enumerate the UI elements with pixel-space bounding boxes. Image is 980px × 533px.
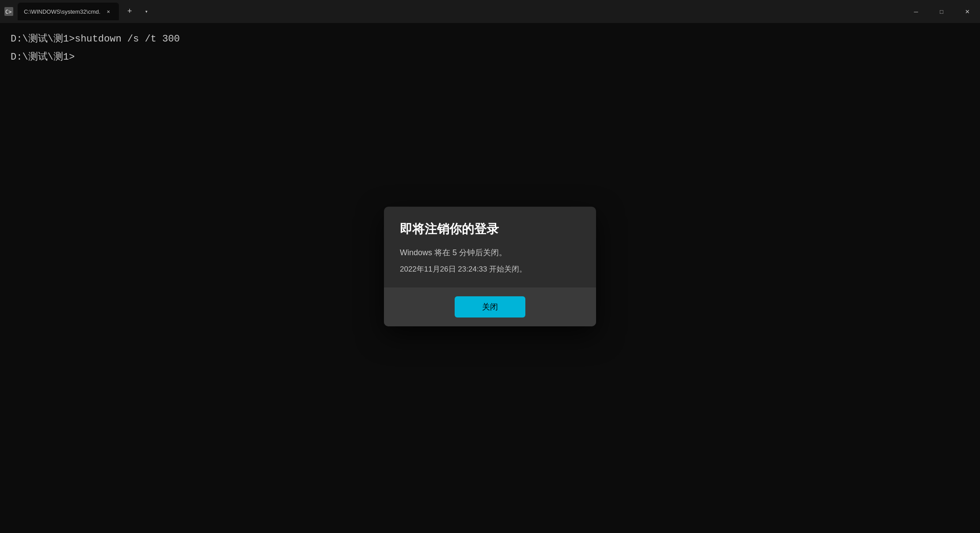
close-window-button[interactable]: ✕: [954, 0, 980, 23]
shutdown-dialog: 即将注销你的登录 Windows 将在 5 分钟后关闭。 2022年11月26日…: [384, 207, 596, 327]
terminal-content: D:\测试\测1>shutdown /s /t 300 D:\测试\测1>: [0, 23, 980, 77]
dialog-overlay: 即将注销你的登录 Windows 将在 5 分钟后关闭。 2022年11月26日…: [0, 0, 980, 533]
dialog-title: 即将注销你的登录: [400, 221, 580, 238]
minimize-button[interactable]: ─: [903, 0, 929, 23]
dialog-body: 即将注销你的登录 Windows 将在 5 分钟后关闭。 2022年11月26日…: [384, 207, 596, 288]
dialog-close-button[interactable]: 关闭: [455, 296, 525, 318]
active-tab[interactable]: C:\WINDOWS\system32\cmd. ✕: [18, 3, 119, 20]
dialog-message: Windows 将在 5 分钟后关闭。: [400, 246, 580, 259]
dialog-footer: 关闭: [384, 287, 596, 326]
terminal-line-1: D:\测试\测1>shutdown /s /t 300: [11, 32, 969, 46]
maximize-button[interactable]: □: [929, 0, 954, 23]
window-controls: ─ □ ✕: [903, 0, 980, 23]
tab-title: C:\WINDOWS\system32\cmd.: [24, 8, 100, 15]
titlebar-left: C> C:\WINDOWS\system32\cmd. ✕ + ▾: [4, 3, 152, 20]
new-tab-button[interactable]: +: [122, 4, 137, 19]
svg-text:C>: C>: [5, 9, 11, 15]
tab-close-button[interactable]: ✕: [104, 7, 113, 16]
titlebar: C> C:\WINDOWS\system32\cmd. ✕ + ▾ ─ □ ✕: [0, 0, 980, 23]
dropdown-button[interactable]: ▾: [140, 5, 152, 18]
cmd-icon: C>: [4, 6, 14, 17]
dialog-time: 2022年11月26日 23:24:33 开始关闭。: [400, 263, 580, 275]
terminal-line-2: D:\测试\测1>: [11, 50, 969, 64]
